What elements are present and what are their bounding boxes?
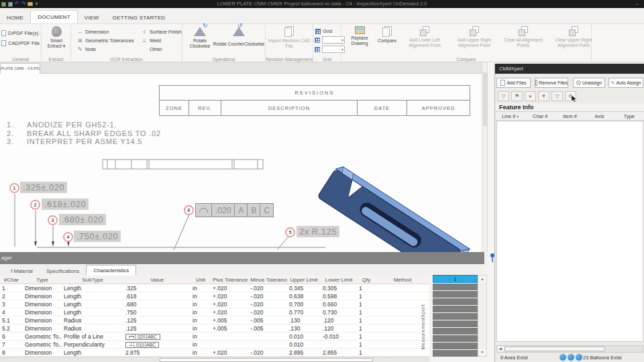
dimension-label-1[interactable]: .325±.020 [20,182,67,193]
clear-upper-right-alignment-point-button[interactable]: Clear Upper Right Alignment Point [547,26,600,48]
table-row[interactable]: 8DimensionLength2.875in+.020-.0202.8952.… [0,349,429,357]
feature-info-column-line[interactable]: Line #▲ [496,112,525,120]
import-revision-cad-file-button[interactable]: Import Revision CAD File [268,26,311,49]
balloon-status-icon-3[interactable] [576,354,582,361]
cmmxpert-titlebar[interactable]: CMMXpert [495,64,644,74]
drawing-canvas[interactable]: REVISIONS ZONEREV.DESCRIPTIONDATEAPPROVE… [0,74,482,252]
column-header-lower-limit[interactable]: Lower Limit [321,277,357,283]
column-header-upper-limit[interactable]: Upper Limit [287,277,321,283]
panel-tab-characteristics[interactable]: Characteristics [86,265,136,276]
balloon-3[interactable]: 3 [48,215,58,225]
auto-assign-button[interactable]: ✎Auto Assign [608,78,643,88]
grid-checkbox[interactable]: Grid [315,27,332,36]
clear-all-alignment-points-button[interactable]: Clear All Alignment Points [499,26,547,48]
assign-ball-icon[interactable]: ● [525,91,536,101]
scroll-up-icon[interactable]: ▲ [478,276,486,283]
feature-info-scrollbar[interactable]: ◀ [496,345,643,353]
ocr-item-surface-finish[interactable]: √Surface Finish [141,27,182,36]
add-cad-pdf-files-button[interactable]: D/PDF File(s) [1,29,38,38]
balloon-5[interactable]: 5 [285,227,295,237]
filter-outline-icon[interactable]: ▽ [551,91,563,101]
results-grid-scrollbar[interactable]: ▲ ▼ [478,275,487,357]
dimension-label-4[interactable]: .750±.020 [74,231,121,242]
balloon-1[interactable]: 1 [9,183,19,193]
results-grid-row[interactable] [433,335,478,342]
table-row[interactable]: 2DimensionLength.618in+.020-.0200.6380.5… [0,292,429,300]
table-row[interactable]: 5.2DimensionRadius.125in+.005-.005.130.1… [0,324,429,333]
feature-info-column-axis[interactable]: Axis [585,112,614,120]
document-tab[interactable]: PLATE CMM - C4.PDF [0,63,40,74]
replace-drawing-button[interactable]: Replace Drawing [345,26,374,46]
balloon-6[interactable]: 6 [184,205,194,215]
ribbon-tab-home[interactable]: HOME [0,11,30,23]
results-grid-row[interactable] [433,350,478,357]
results-grid-row[interactable] [433,343,478,349]
rotate-clockwise-button[interactable]: ↻ Rotate Clockwise [185,27,215,49]
smart-extract-button[interactable]: Smart Extract ▾ [43,26,70,49]
results-grid[interactable]: 1 [433,275,478,357]
minimize-button[interactable]: – [636,0,639,7]
table-row[interactable]: 4DimensionLength.750in+.020-.0200.7700.7… [0,308,429,316]
results-grid-header[interactable]: 1 [433,275,478,283]
column-header-qty[interactable]: Qty [357,277,376,283]
compare-button[interactable]: Compare [373,26,401,44]
export-report-icon[interactable]: ⧉ [565,91,576,101]
results-grid-row[interactable] [433,320,478,327]
results-grid-row[interactable] [433,291,478,298]
column-header-plus-tolerance[interactable]: Plus Tolerance [211,277,248,283]
drawing-vertical-scrollbar[interactable] [482,62,488,252]
column-header-unit[interactable]: Unit [191,277,211,283]
table-row[interactable]: 7Geometric To...Perpendicularity⊥.010ABC… [0,341,429,349]
ribbon-tab-view[interactable]: VIEW [78,11,106,23]
replace-cad-pdf-file-button[interactable]: CAD/PDF File [1,39,40,48]
results-grid-row[interactable] [433,313,478,320]
panel-titlebar[interactable]: ager [0,252,484,264]
table-row[interactable]: 3DimensionLength.680in+.020-.0200.7000.6… [0,300,429,308]
measurementxpert-side-tab[interactable]: MeasurementXpert [421,304,425,350]
results-grid-row[interactable] [433,306,478,312]
balloon-4[interactable]: 4 [63,232,73,242]
filter-funnel-icon[interactable]: ▼ [538,91,549,101]
dimension-label-3[interactable]: .680±.020 [59,214,106,225]
scroll-down-icon[interactable]: ▼ [478,349,486,356]
ocr-item-weld[interactable]: ⊥Weld [141,36,182,45]
balloon-status-icon-1[interactable] [559,354,566,361]
add-files-button[interactable]: Add Files [496,78,531,88]
results-grid-row[interactable] [433,284,478,290]
panel-tab-specifications[interactable]: Specifications [40,266,86,276]
balloon-status-icon-2[interactable] [568,354,574,361]
dimension-label-2[interactable]: .618±.020 [42,198,89,210]
unassign-button[interactable]: Unassign [573,78,605,88]
balloon-filter-icon[interactable]: ▽ [498,91,509,101]
column-header-minus-tolerance[interactable]: Minus Tolerance [248,277,287,283]
table-row[interactable]: 6Geometric To...Profile of a Line.020ABC… [0,333,429,341]
3d-part-model[interactable] [317,142,482,252]
feature-control-frame[interactable]: .020 A B C [195,203,274,217]
feature-info-column-char[interactable]: Char # [525,112,555,120]
feature-info-column-type[interactable]: Type [614,112,644,120]
column-header-subtype[interactable]: SubType [62,277,123,283]
feature-info-table-body[interactable] [496,121,643,342]
column-header-char[interactable]: #Char [0,277,23,283]
table-row[interactable]: 5.1DimensionRadius.125in+.005-.005.130.1… [0,316,429,324]
ribbon-tab-document[interactable]: DOCUMENT [30,10,78,23]
results-grid-row[interactable] [433,298,478,305]
table-horizontal-scrollbar[interactable] [0,357,429,362]
ocr-item-geometric-tolerances[interactable]: ⊞Geometric Tolerances [76,36,134,45]
table-row[interactable]: 1DimensionLength.325in+.020-.0200.3450.3… [0,284,429,292]
column-header-type[interactable]: Type [23,277,62,283]
results-grid-row[interactable] [433,328,478,335]
add-lower-left-alignment-point-button[interactable]: Add Lower Left Alignment Point [402,26,447,48]
remove-files-button[interactable]: Remove Files [535,78,568,88]
panel-tab-f-material[interactable]: f Material [4,266,40,276]
ocr-item-note[interactable]: ✎Note [76,45,134,54]
rotate-counterclockwise-button[interactable]: ↺ Rotate CounterClockwise [212,27,266,47]
flag-filter-icon[interactable]: ⚑ [511,91,523,101]
scroll-left-icon[interactable]: ◀ [497,346,504,352]
balloon-2[interactable]: 2 [30,200,40,210]
feature-info-column-item[interactable]: Item # [555,112,584,120]
ribbon-tab-getting-started[interactable]: GETTING STARTED [105,11,172,23]
column-header-value[interactable]: Value [123,277,191,283]
ocr-item-dimension[interactable]: ↔Dimension [76,27,134,36]
column-header-method[interactable]: Method [376,277,429,283]
